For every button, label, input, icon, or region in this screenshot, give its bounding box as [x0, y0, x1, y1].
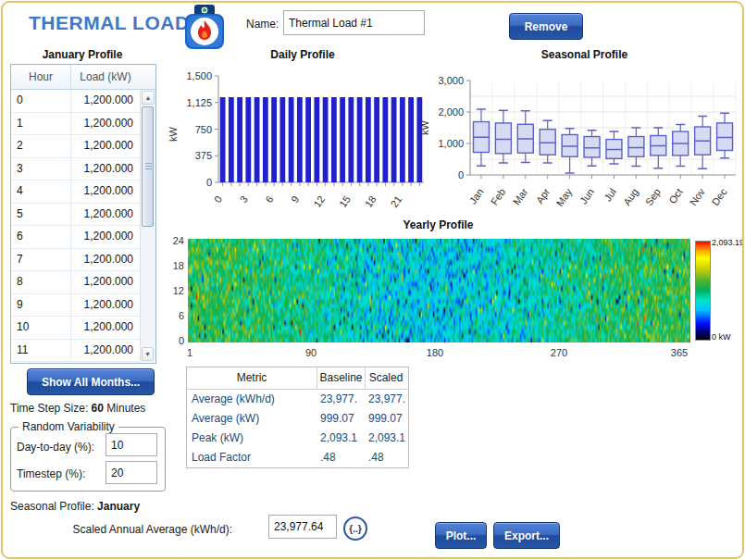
table-row[interactable]: 31,200.000 — [11, 158, 140, 181]
load-cell[interactable]: 1,200.000 — [70, 340, 139, 362]
svg-text:May: May — [554, 186, 575, 208]
table-row[interactable]: 51,200.000 — [11, 204, 140, 227]
load-cell[interactable]: 1,200.000 — [70, 158, 139, 180]
svg-text:kW: kW — [421, 119, 430, 135]
random-variability-title: Random Variability — [19, 420, 118, 433]
load-cell[interactable]: 1,200.000 — [70, 317, 139, 339]
svg-text:15: 15 — [337, 193, 353, 209]
svg-text:Nov: Nov — [688, 186, 707, 207]
scaled-annual-average-label: Scaled Annual Average (kWh/d): — [29, 523, 232, 536]
colorbar-max-label: 2,093.19 — [712, 238, 744, 247]
load-cell[interactable]: 1,200.000 — [70, 204, 139, 226]
load-cell[interactable]: 1,200.000 — [70, 90, 139, 112]
january-table-header: Hour Load (kW) — [11, 65, 155, 90]
svg-text:1,500: 1,500 — [186, 70, 212, 81]
day-to-day-input[interactable] — [106, 433, 157, 456]
svg-text:Feb: Feb — [489, 186, 508, 206]
metrics-row: Average (kWh/d)23,977.23,977. — [187, 390, 408, 409]
svg-text:1,125: 1,125 — [186, 97, 212, 108]
svg-text:0: 0 — [206, 177, 212, 188]
svg-text:0: 0 — [212, 193, 224, 205]
svg-text:375: 375 — [195, 150, 212, 161]
svg-text:2,000: 2,000 — [438, 106, 464, 118]
scrollbar-up-arrow[interactable]: ▲ — [142, 91, 155, 105]
name-input[interactable] — [283, 10, 425, 35]
load-cell[interactable]: 1,200.000 — [70, 249, 139, 271]
name-label: Name: — [246, 18, 279, 31]
time-step-size-label: Time Step Size: 60 Minutes — [10, 402, 145, 415]
hour-cell[interactable]: 10 — [11, 317, 70, 339]
svg-text:Jun: Jun — [577, 186, 596, 205]
sensitivity-variable-button[interactable]: {..} — [343, 516, 367, 541]
thermal-load-icon — [182, 4, 227, 50]
hour-cell[interactable]: 11 — [11, 340, 70, 362]
svg-text:9: 9 — [289, 193, 301, 205]
svg-text:12: 12 — [311, 193, 327, 209]
table-row[interactable]: 101,200.000 — [11, 317, 140, 340]
hour-cell[interactable]: 2 — [11, 135, 70, 157]
load-cell[interactable]: 1,200.000 — [70, 113, 139, 135]
hour-cell[interactable]: 0 — [11, 90, 70, 112]
svg-text:18: 18 — [363, 193, 379, 209]
table-row[interactable]: 21,200.000 — [11, 135, 140, 158]
seasonal-profile-selected-label: Seasonal Profile: January — [10, 500, 140, 513]
table-row[interactable]: 61,200.000 — [11, 226, 140, 249]
seasonal-profile-title: Seasonal Profile — [421, 48, 744, 61]
hour-cell[interactable]: 6 — [11, 226, 70, 248]
table-row[interactable]: 111,200.000 — [11, 340, 140, 363]
column-header-hour[interactable]: Hour — [11, 65, 70, 89]
load-cell[interactable]: 1,200.000 — [70, 294, 139, 317]
hour-cell[interactable]: 3 — [11, 158, 70, 180]
timestep-label: Timestep (%): — [17, 467, 85, 480]
svg-text:6: 6 — [263, 193, 275, 205]
hour-cell[interactable]: 8 — [11, 271, 70, 293]
table-row[interactable]: 71,200.000 — [11, 249, 140, 272]
metrics-table: Metric Baseline Scaled Average (kWh/d)23… — [186, 367, 409, 468]
table-row[interactable]: 01,200.000 — [11, 90, 140, 113]
svg-text:Jul: Jul — [602, 186, 618, 203]
svg-text:3,000: 3,000 — [438, 75, 464, 86]
svg-text:21: 21 — [389, 193, 404, 209]
table-row[interactable]: 81,200.000 — [11, 271, 140, 294]
timestep-input[interactable] — [106, 461, 157, 484]
load-cell[interactable]: 1,200.000 — [70, 180, 139, 203]
yearly-profile-title: Yearly Profile — [186, 218, 690, 231]
svg-text:3: 3 — [238, 193, 250, 205]
scaled-annual-average-input[interactable] — [268, 515, 337, 539]
table-scrollbar[interactable]: ▲ ▼ — [140, 90, 155, 362]
day-to-day-label: Day-to-day (%): — [17, 441, 94, 454]
time-step-value: 60 — [92, 402, 104, 415]
table-row[interactable]: 11,200.000 — [11, 113, 140, 136]
hour-cell[interactable]: 5 — [11, 204, 70, 226]
metrics-row: Peak (kW)2,093.12,093.1 — [187, 429, 408, 448]
scrollbar-down-arrow[interactable]: ▼ — [142, 347, 154, 361]
load-cell[interactable]: 1,200.000 — [70, 226, 139, 248]
svg-text:Dec: Dec — [710, 186, 729, 207]
yearly-profile-heatmap — [188, 239, 690, 342]
january-profile-title: January Profile — [10, 48, 155, 61]
hour-cell[interactable]: 4 — [11, 180, 70, 203]
svg-text:Aug: Aug — [621, 186, 640, 207]
metrics-row: Load Factor.48.48 — [187, 448, 408, 467]
column-header-load[interactable]: Load (kW) — [70, 65, 140, 89]
seasonal-profile-chart: 01,0002,0003,000JanFebMarAprMayJunJulAug… — [421, 60, 744, 219]
export-button[interactable]: Export... — [493, 522, 560, 549]
svg-text:Apr: Apr — [534, 186, 553, 205]
svg-text:Sep: Sep — [643, 186, 663, 207]
svg-text:750: 750 — [195, 124, 212, 135]
table-row[interactable]: 41,200.000 — [11, 180, 140, 204]
load-cell[interactable]: 1,200.000 — [70, 271, 139, 293]
seasonal-profile-selected-value: January — [97, 500, 140, 513]
scrollbar-thumb[interactable] — [142, 106, 154, 227]
hour-cell[interactable]: 9 — [11, 294, 70, 317]
show-all-months-button[interactable]: Show All Months... — [27, 368, 155, 395]
january-profile-table[interactable]: Hour Load (kW) 01,200.00011,200.00021,20… — [10, 64, 156, 364]
remove-button[interactable]: Remove — [509, 13, 583, 40]
load-cell[interactable]: 1,200.000 — [70, 135, 139, 157]
svg-text:kW: kW — [168, 126, 179, 142]
plot-button[interactable]: Plot... — [435, 522, 487, 549]
svg-text:1,000: 1,000 — [438, 138, 464, 149]
table-row[interactable]: 91,200.000 — [11, 294, 140, 317]
hour-cell[interactable]: 7 — [11, 249, 70, 271]
hour-cell[interactable]: 1 — [11, 113, 70, 135]
